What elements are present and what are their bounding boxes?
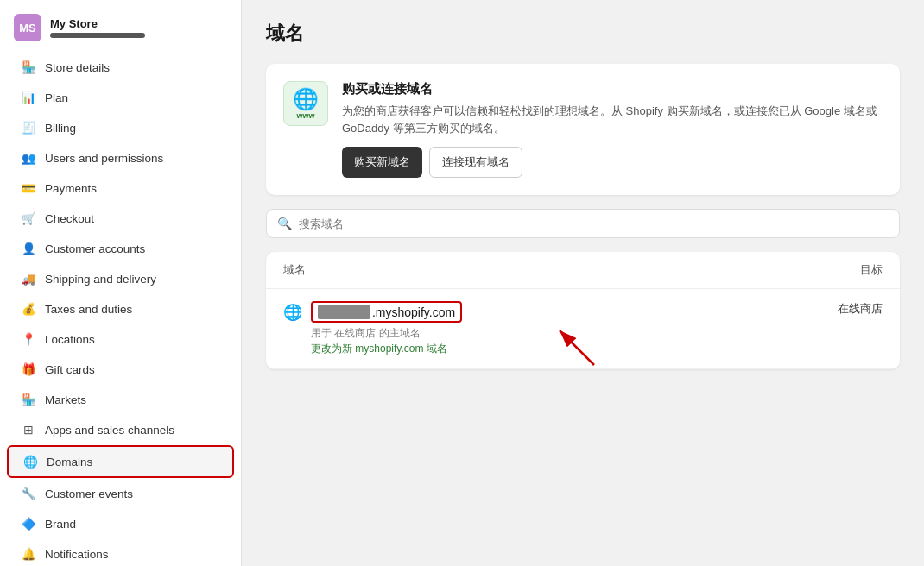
page-title: 域名 <box>266 21 900 47</box>
sidebar-label-users-permissions: Users and permissions <box>45 152 163 165</box>
sidebar-label-billing: Billing <box>45 122 76 135</box>
table-row: 🌐 .myshopify.com 用于 在线商店 的主域名 更改为新 mysho… <box>266 289 900 369</box>
sidebar-item-domains[interactable]: 🌐Domains <box>7 445 234 478</box>
sidebar-nav: 🏪Store details📊Plan🧾Billing👥Users and pe… <box>0 53 241 566</box>
domain-left: 🌐 .myshopify.com 用于 在线商店 的主域名 更改为新 mysho… <box>283 301 462 356</box>
search-box: 🔍 <box>266 209 900 238</box>
sidebar-item-shipping-delivery[interactable]: 🚚Shipping and delivery <box>7 264 234 293</box>
customer-events-icon: 🔧 <box>21 486 36 501</box>
sidebar-label-plan: Plan <box>45 91 68 104</box>
sidebar-label-notifications: Notifications <box>45 548 109 561</box>
sidebar-item-brand[interactable]: 🔷Brand <box>7 509 234 538</box>
sidebar-item-store-details[interactable]: 🏪Store details <box>7 53 234 82</box>
sidebar-item-customer-accounts[interactable]: 👤Customer accounts <box>7 234 234 263</box>
sidebar-label-checkout: Checkout <box>45 212 94 225</box>
search-input[interactable] <box>299 217 889 230</box>
avatar: MS <box>14 14 41 41</box>
sidebar-item-apps-sales-channels[interactable]: ⊞Apps and sales channels <box>7 415 234 444</box>
sidebar-label-payments: Payments <box>45 182 97 195</box>
taxes-duties-icon: 💰 <box>21 301 36 317</box>
main-content: 域名 🌐 www 购买或连接域名 为您的商店获得客户可以信赖和轻松找到的理想域名… <box>242 0 924 566</box>
sidebar-label-locations: Locations <box>45 333 95 346</box>
domain-target: 在线商店 <box>838 301 883 317</box>
locations-icon: 📍 <box>21 331 36 347</box>
sidebar-item-plan[interactable]: 📊Plan <box>7 83 234 112</box>
sidebar-label-apps-sales-channels: Apps and sales channels <box>45 424 174 437</box>
payments-icon: 💳 <box>21 180 36 196</box>
store-name-block: My Store <box>50 17 145 38</box>
sidebar-label-store-details: Store details <box>45 61 110 74</box>
sidebar-item-billing[interactable]: 🧾Billing <box>7 113 234 142</box>
brand-icon: 🔷 <box>21 516 36 531</box>
col-target: 目标 <box>860 262 883 278</box>
billing-icon: 🧾 <box>21 120 36 135</box>
domain-info: .myshopify.com 用于 在线商店 的主域名 更改为新 myshopi… <box>311 301 462 356</box>
search-icon: 🔍 <box>277 217 292 230</box>
domains-icon: 🌐 <box>22 454 38 469</box>
notifications-icon: 🔔 <box>21 546 36 562</box>
domain-table: 域名 目标 🌐 .myshopify.com 用于 在线商店 的主域名 更改为新… <box>266 252 900 369</box>
sidebar-label-brand: Brand <box>45 518 76 531</box>
sidebar-item-customer-events[interactable]: 🔧Customer events <box>7 479 234 508</box>
store-bar <box>50 33 145 38</box>
sidebar-item-gift-cards[interactable]: 🎁Gift cards <box>7 355 234 384</box>
domain-name-container: .myshopify.com <box>311 301 462 323</box>
table-header: 域名 目标 <box>266 252 900 289</box>
checkout-icon: 🛒 <box>21 211 36 226</box>
sidebar-label-gift-cards: Gift cards <box>45 363 95 376</box>
sidebar-label-markets: Markets <box>45 393 86 406</box>
col-domain: 域名 <box>283 262 306 278</box>
purchase-title: 购买或连接域名 <box>342 81 883 97</box>
purchase-description: 为您的商店获得客户可以信赖和轻松找到的理想域名。从 Shopify 购买新域名，… <box>342 103 883 136</box>
sidebar-label-taxes-duties: Taxes and duties <box>45 303 132 316</box>
domain-prefix-hidden <box>318 305 370 319</box>
sidebar-label-shipping-delivery: Shipping and delivery <box>45 273 156 286</box>
plan-icon: 📊 <box>21 90 36 105</box>
sidebar-item-users-permissions[interactable]: 👥Users and permissions <box>7 143 234 173</box>
sidebar-header: MS My Store <box>0 10 241 52</box>
sidebar-label-customer-events: Customer events <box>45 487 133 500</box>
store-details-icon: 🏪 <box>21 60 36 75</box>
change-domain-link[interactable]: 更改为新 myshopify.com 域名 <box>311 343 447 355</box>
sidebar-item-payments[interactable]: 💳Payments <box>7 173 234 203</box>
sidebar-item-taxes-duties[interactable]: 💰Taxes and duties <box>7 294 234 324</box>
domain-sub-text: 用于 在线商店 的主域名 <box>311 326 462 341</box>
btn-group: 购买新域名 连接现有域名 <box>342 147 883 178</box>
sidebar-item-checkout[interactable]: 🛒Checkout <box>7 204 234 233</box>
sidebar-item-notifications[interactable]: 🔔Notifications <box>7 539 234 566</box>
sidebar-label-customer-accounts: Customer accounts <box>45 242 145 255</box>
sidebar-item-markets[interactable]: 🏪Markets <box>7 385 234 414</box>
sidebar-label-domains: Domains <box>47 456 92 469</box>
buy-domain-button[interactable]: 购买新域名 <box>342 147 422 178</box>
sidebar-item-locations[interactable]: 📍Locations <box>7 324 234 354</box>
purchase-text: 购买或连接域名 为您的商店获得客户可以信赖和轻松找到的理想域名。从 Shopif… <box>342 81 883 178</box>
shipping-delivery-icon: 🚚 <box>21 271 36 286</box>
apps-sales-channels-icon: ⊞ <box>21 422 36 437</box>
users-permissions-icon: 👥 <box>21 150 36 166</box>
gift-cards-icon: 🎁 <box>21 362 36 377</box>
www-label: www <box>296 111 314 120</box>
globe-icon: 🌐 <box>293 87 319 111</box>
domain-globe-icon: 🌐 <box>283 303 302 322</box>
store-name: My Store <box>50 17 145 30</box>
domain-suffix: .myshopify.com <box>372 305 455 319</box>
sidebar: MS My Store 🏪Store details📊Plan🧾Billing👥… <box>0 0 242 566</box>
purchase-card: 🌐 www 购买或连接域名 为您的商店获得客户可以信赖和轻松找到的理想域名。从 … <box>266 64 900 195</box>
customer-accounts-icon: 👤 <box>21 241 36 256</box>
markets-icon: 🏪 <box>21 392 36 407</box>
www-icon: 🌐 www <box>283 81 328 126</box>
connect-domain-button[interactable]: 连接现有域名 <box>429 147 522 178</box>
